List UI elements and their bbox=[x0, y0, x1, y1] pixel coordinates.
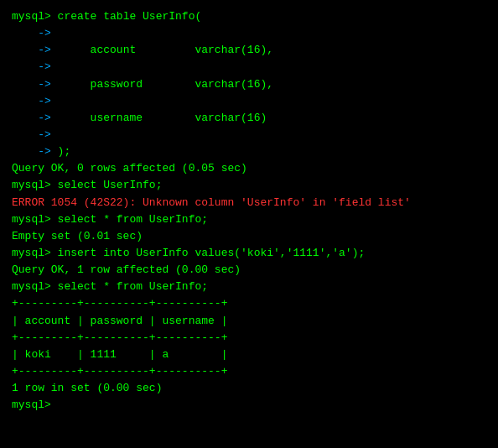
terminal-line: Empty set (0.01 sec) bbox=[12, 228, 486, 245]
terminal-line: +---------+----------+----------+ bbox=[12, 363, 486, 380]
terminal-line: mysql> insert into UserInfo values('koki… bbox=[12, 245, 486, 262]
terminal-line: -> bbox=[12, 127, 486, 143]
terminal-line: +---------+----------+----------+ bbox=[12, 330, 486, 346]
terminal-line: Query OK, 0 rows affected (0.05 sec) bbox=[12, 160, 486, 177]
terminal-line: mysql> select * from UserInfo; bbox=[12, 211, 486, 228]
terminal-line: -> bbox=[12, 25, 486, 42]
terminal-line: mysql> select * from UserInfo; bbox=[12, 279, 486, 295]
terminal-line: -> password varchar(16), bbox=[12, 76, 486, 93]
terminal-line: mysql> select UserInfo; bbox=[12, 177, 486, 194]
terminal-line: -> bbox=[12, 93, 486, 110]
terminal-line: ERROR 1054 (42S22): Unknown column 'User… bbox=[12, 195, 486, 211]
terminal-line: mysql> bbox=[12, 397, 486, 414]
terminal-window: mysql> create table UserInfo( -> -> acco… bbox=[0, 0, 498, 448]
terminal-line: +---------+----------+----------+ bbox=[12, 295, 486, 312]
terminal-line: 1 row in set (0.00 sec) bbox=[12, 380, 486, 397]
terminal-line: -> bbox=[12, 59, 486, 76]
terminal-line: mysql> create table UserInfo( bbox=[12, 8, 486, 25]
terminal-line: | account | password | username | bbox=[12, 313, 486, 330]
terminal-line: Query OK, 1 row affected (0.00 sec) bbox=[12, 262, 486, 279]
terminal-line: -> username varchar(16) bbox=[12, 110, 486, 127]
terminal-line: | koki | 1111 | a | bbox=[12, 346, 486, 363]
terminal-line: -> account varchar(16), bbox=[12, 42, 486, 59]
terminal-line: -> ); bbox=[12, 143, 486, 160]
